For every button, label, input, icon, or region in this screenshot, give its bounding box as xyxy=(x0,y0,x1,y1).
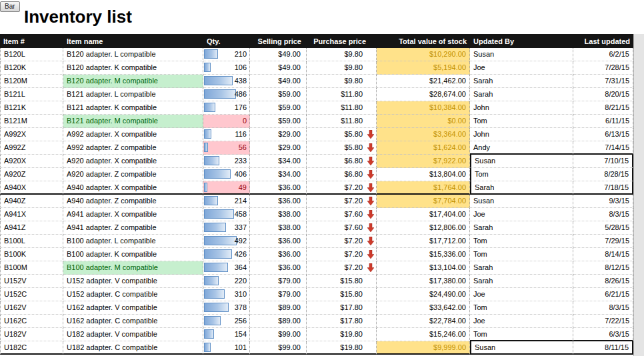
cell-selling-price[interactable]: $49.00 xyxy=(250,48,307,61)
cell-selling-price[interactable]: $59.00 xyxy=(250,88,307,101)
cell-item-name[interactable]: A940 adapter. Z compatible xyxy=(63,195,203,208)
cell-updated-by[interactable]: Tom xyxy=(470,248,573,261)
cell-updated-by[interactable]: Susan xyxy=(470,48,573,61)
cell-updated-by[interactable]: Tom xyxy=(470,168,573,181)
cell-qty[interactable]: 492 xyxy=(203,235,250,248)
cell-qty[interactable]: 220 xyxy=(203,275,250,288)
cell-qty[interactable]: 310 xyxy=(203,288,250,301)
cell-purchase-price[interactable]: $15.80 xyxy=(307,275,377,288)
cell-last-updated[interactable]: 7/31/15 xyxy=(573,75,633,88)
cell-last-updated[interactable]: 7/14/15 xyxy=(573,141,633,155)
cell-selling-price[interactable]: $36.00 xyxy=(250,261,307,275)
cell-total-value[interactable]: $10,384.00 xyxy=(377,101,470,115)
cell-last-updated[interactable]: 9/3/15 xyxy=(573,195,633,208)
cell-selling-price[interactable]: $38.00 xyxy=(250,221,307,235)
cell-purchase-price[interactable]: $9.80 xyxy=(307,75,377,88)
cell-selling-price[interactable]: $79.00 xyxy=(250,288,307,301)
cell-purchase-price[interactable]: $19.80 xyxy=(307,341,377,355)
column-header-last[interactable]: Last updated xyxy=(573,37,633,45)
cell-last-updated[interactable]: 8/14/15 xyxy=(573,248,633,261)
cell-last-updated[interactable]: 8/11/15 xyxy=(573,341,633,355)
cell-item-number[interactable]: B100L xyxy=(0,235,63,248)
cell-item-name[interactable]: B100 adapter. M compatible xyxy=(63,261,203,275)
cell-item-number[interactable]: U152V xyxy=(0,275,63,288)
cell-updated-by[interactable]: Sarah xyxy=(470,75,573,88)
cell-updated-by[interactable]: Tom xyxy=(470,328,573,341)
cell-updated-by[interactable]: Susan xyxy=(470,341,573,355)
cell-qty[interactable]: 214 xyxy=(203,195,250,208)
cell-total-value[interactable]: $13,104.00 xyxy=(377,261,470,275)
cell-purchase-price[interactable]: $11.80 xyxy=(307,115,377,128)
cell-total-value[interactable]: $21,462.00 xyxy=(377,75,470,88)
cell-qty[interactable]: 56 xyxy=(203,141,250,155)
cell-purchase-price[interactable]: $17.80 xyxy=(307,315,377,328)
cell-item-number[interactable]: A992Z xyxy=(0,141,63,155)
cell-item-number[interactable]: B120M xyxy=(0,75,63,88)
cell-item-name[interactable]: A941 adapter. X compatible xyxy=(63,208,203,221)
cell-total-value[interactable]: $17,404.00 xyxy=(377,208,470,221)
cell-item-name[interactable]: U152 adapter. C compatible xyxy=(63,288,203,301)
cell-selling-price[interactable]: $34.00 xyxy=(250,155,307,168)
cell-selling-price[interactable]: $36.00 xyxy=(250,248,307,261)
cell-purchase-price[interactable]: $9.80 xyxy=(307,48,377,61)
cell-item-number[interactable]: A940Z xyxy=(0,195,63,208)
cell-selling-price[interactable]: $36.00 xyxy=(250,235,307,248)
cell-selling-price[interactable]: $59.00 xyxy=(250,101,307,115)
cell-purchase-price[interactable]: $5.80 xyxy=(307,141,377,155)
cell-updated-by[interactable]: Andy xyxy=(470,141,573,155)
cell-selling-price[interactable]: $79.00 xyxy=(250,275,307,288)
cell-item-number[interactable]: B121M xyxy=(0,115,63,128)
cell-updated-by[interactable]: Sarah xyxy=(470,181,573,195)
cell-updated-by[interactable]: Tom xyxy=(470,115,573,128)
cell-item-number[interactable]: B100K xyxy=(0,248,63,261)
cell-purchase-price[interactable]: $7.60 xyxy=(307,221,377,235)
cell-total-value[interactable]: $24,490.00 xyxy=(377,288,470,301)
cell-purchase-price[interactable]: $7.20 xyxy=(307,181,377,195)
cell-item-number[interactable]: A940X xyxy=(0,181,63,195)
bar-button[interactable]: Bar xyxy=(0,1,20,12)
cell-last-updated[interactable]: 5/28/15 xyxy=(573,221,633,235)
cell-qty[interactable]: 49 xyxy=(203,181,250,195)
cell-purchase-price[interactable]: $6.80 xyxy=(307,155,377,168)
cell-last-updated[interactable]: 7/29/15 xyxy=(573,235,633,248)
cell-last-updated[interactable]: 6/13/15 xyxy=(573,128,633,141)
cell-selling-price[interactable]: $34.00 xyxy=(250,168,307,181)
cell-item-name[interactable]: U182 adapter. C compatible xyxy=(63,341,203,355)
cell-updated-by[interactable]: Sarah xyxy=(470,221,573,235)
cell-total-value[interactable]: $33,642.00 xyxy=(377,301,470,315)
cell-qty[interactable]: 486 xyxy=(203,88,250,101)
cell-last-updated[interactable]: 7/18/15 xyxy=(573,181,633,195)
cell-item-name[interactable]: A920 adapter. Z compatible xyxy=(63,168,203,181)
cell-updated-by[interactable]: Sarah xyxy=(470,88,573,101)
cell-qty[interactable]: 116 xyxy=(203,128,250,141)
cell-purchase-price[interactable]: $9.80 xyxy=(307,61,377,75)
cell-total-value[interactable]: $17,380.00 xyxy=(377,275,470,288)
cell-total-value[interactable]: $22,784.00 xyxy=(377,315,470,328)
cell-qty[interactable]: 0 xyxy=(203,115,250,128)
cell-purchase-price[interactable]: $17.80 xyxy=(307,301,377,315)
cell-total-value[interactable]: $1,764.00 xyxy=(377,181,470,195)
cell-selling-price[interactable]: $99.00 xyxy=(250,328,307,341)
cell-item-name[interactable]: U152 adapter. V compatible xyxy=(63,275,203,288)
cell-selling-price[interactable]: $89.00 xyxy=(250,301,307,315)
cell-updated-by[interactable]: John xyxy=(470,101,573,115)
cell-last-updated[interactable]: 8/3/15 xyxy=(573,208,633,221)
cell-purchase-price[interactable]: $7.20 xyxy=(307,235,377,248)
cell-item-number[interactable]: U152C xyxy=(0,288,63,301)
cell-qty[interactable]: 256 xyxy=(203,315,250,328)
cell-selling-price[interactable]: $59.00 xyxy=(250,115,307,128)
cell-last-updated[interactable]: 6/2/15 xyxy=(573,48,633,61)
cell-updated-by[interactable]: John xyxy=(470,128,573,141)
cell-qty[interactable]: 210 xyxy=(203,48,250,61)
cell-item-number[interactable]: B100M xyxy=(0,261,63,275)
cell-item-number[interactable]: B121L xyxy=(0,88,63,101)
cell-updated-by[interactable]: Tom xyxy=(470,235,573,248)
cell-item-name[interactable]: B120 adapter. K compatible xyxy=(63,61,203,75)
cell-last-updated[interactable]: 6/21/15 xyxy=(573,288,633,301)
cell-qty[interactable]: 154 xyxy=(203,328,250,341)
cell-purchase-price[interactable]: $7.60 xyxy=(307,208,377,221)
cell-purchase-price[interactable]: $19.80 xyxy=(307,328,377,341)
cell-last-updated[interactable]: 8/20/15 xyxy=(573,88,633,101)
cell-qty[interactable]: 426 xyxy=(203,248,250,261)
cell-updated-by[interactable]: Susan xyxy=(470,195,573,208)
